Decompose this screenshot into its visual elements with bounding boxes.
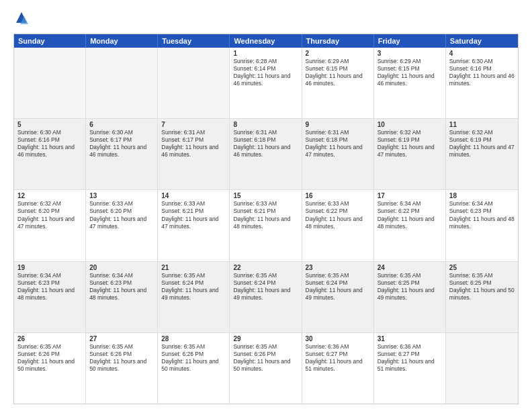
cell-info: Sunrise: 6:29 AM Sunset: 6:15 PM Dayligh… <box>306 58 363 87</box>
day-number: 8 <box>233 121 298 128</box>
cal-cell: 4Sunrise: 6:30 AM Sunset: 6:16 PM Daylig… <box>446 48 518 118</box>
day-number: 11 <box>449 121 515 128</box>
cell-info: Sunrise: 6:35 AM Sunset: 6:26 PM Dayligh… <box>161 343 218 372</box>
cal-cell: 27Sunrise: 6:35 AM Sunset: 6:26 PM Dayli… <box>86 333 158 404</box>
cal-cell: 9Sunrise: 6:31 AM Sunset: 6:18 PM Daylig… <box>302 119 374 189</box>
cal-cell <box>86 48 158 118</box>
day-number: 2 <box>306 50 370 57</box>
logo-icon <box>13 11 30 27</box>
cal-cell: 24Sunrise: 6:35 AM Sunset: 6:25 PM Dayli… <box>374 262 446 332</box>
cal-cell: 15Sunrise: 6:33 AM Sunset: 6:21 PM Dayli… <box>230 190 302 261</box>
cell-info: Sunrise: 6:32 AM Sunset: 6:19 PM Dayligh… <box>449 129 515 158</box>
day-number: 24 <box>378 264 442 271</box>
cal-cell <box>14 48 86 118</box>
day-number: 16 <box>306 192 370 199</box>
cal-header-cell: Thursday <box>302 34 374 48</box>
day-number: 6 <box>89 121 154 128</box>
cell-info: Sunrise: 6:35 AM Sunset: 6:24 PM Dayligh… <box>306 272 363 301</box>
header <box>13 11 519 27</box>
cell-info: Sunrise: 6:35 AM Sunset: 6:25 PM Dayligh… <box>378 272 435 301</box>
day-number: 28 <box>161 335 226 342</box>
cal-header-cell: Monday <box>86 34 158 48</box>
cal-cell: 28Sunrise: 6:35 AM Sunset: 6:26 PM Dayli… <box>158 333 230 404</box>
day-number: 12 <box>17 192 82 199</box>
cal-cell: 12Sunrise: 6:32 AM Sunset: 6:20 PM Dayli… <box>14 190 86 261</box>
cal-cell: 11Sunrise: 6:32 AM Sunset: 6:19 PM Dayli… <box>446 119 518 189</box>
cell-info: Sunrise: 6:33 AM Sunset: 6:22 PM Dayligh… <box>306 200 363 229</box>
cell-info: Sunrise: 6:34 AM Sunset: 6:23 PM Dayligh… <box>89 272 146 301</box>
cell-info: Sunrise: 6:30 AM Sunset: 6:16 PM Dayligh… <box>449 58 515 87</box>
cal-row: 12Sunrise: 6:32 AM Sunset: 6:20 PM Dayli… <box>14 189 518 261</box>
cal-cell: 13Sunrise: 6:33 AM Sunset: 6:20 PM Dayli… <box>86 190 158 261</box>
cal-row: 26Sunrise: 6:35 AM Sunset: 6:26 PM Dayli… <box>14 332 518 404</box>
cal-row: 5Sunrise: 6:30 AM Sunset: 6:16 PM Daylig… <box>14 118 518 189</box>
cal-header-cell: Tuesday <box>158 34 230 48</box>
cell-info: Sunrise: 6:30 AM Sunset: 6:16 PM Dayligh… <box>17 129 75 158</box>
cal-header-cell: Sunday <box>14 34 86 48</box>
cell-info: Sunrise: 6:32 AM Sunset: 6:19 PM Dayligh… <box>378 129 435 158</box>
cell-info: Sunrise: 6:35 AM Sunset: 6:26 PM Dayligh… <box>17 343 75 372</box>
cal-header-cell: Saturday <box>446 34 518 48</box>
day-number: 13 <box>89 192 154 199</box>
cell-info: Sunrise: 6:28 AM Sunset: 6:14 PM Dayligh… <box>233 58 290 87</box>
cal-cell <box>158 48 230 118</box>
cell-info: Sunrise: 6:34 AM Sunset: 6:23 PM Dayligh… <box>449 200 515 229</box>
day-number: 19 <box>17 264 82 271</box>
cal-header-cell: Wednesday <box>230 34 302 48</box>
cal-cell: 5Sunrise: 6:30 AM Sunset: 6:16 PM Daylig… <box>14 119 86 189</box>
cal-cell: 7Sunrise: 6:31 AM Sunset: 6:17 PM Daylig… <box>158 119 230 189</box>
calendar-body: 1Sunrise: 6:28 AM Sunset: 6:14 PM Daylig… <box>14 48 518 404</box>
cal-header-cell: Friday <box>374 34 446 48</box>
day-number: 14 <box>161 192 226 199</box>
day-number: 9 <box>306 121 370 128</box>
cell-info: Sunrise: 6:33 AM Sunset: 6:20 PM Dayligh… <box>89 200 146 229</box>
day-number: 22 <box>233 264 298 271</box>
cell-info: Sunrise: 6:35 AM Sunset: 6:25 PM Dayligh… <box>449 272 515 301</box>
day-number: 27 <box>89 335 154 342</box>
cal-cell: 2Sunrise: 6:29 AM Sunset: 6:15 PM Daylig… <box>302 48 374 118</box>
cell-info: Sunrise: 6:31 AM Sunset: 6:18 PM Dayligh… <box>233 129 290 158</box>
day-number: 5 <box>17 121 82 128</box>
day-number: 15 <box>233 192 298 199</box>
cal-cell: 21Sunrise: 6:35 AM Sunset: 6:24 PM Dayli… <box>158 262 230 332</box>
cal-cell: 18Sunrise: 6:34 AM Sunset: 6:23 PM Dayli… <box>446 190 518 261</box>
cal-cell: 14Sunrise: 6:33 AM Sunset: 6:21 PM Dayli… <box>158 190 230 261</box>
day-number: 25 <box>449 264 515 271</box>
cal-cell: 1Sunrise: 6:28 AM Sunset: 6:14 PM Daylig… <box>230 48 302 118</box>
cell-info: Sunrise: 6:31 AM Sunset: 6:17 PM Dayligh… <box>161 129 218 158</box>
day-number: 17 <box>378 192 442 199</box>
cell-info: Sunrise: 6:35 AM Sunset: 6:24 PM Dayligh… <box>233 272 290 301</box>
day-number: 3 <box>378 50 442 57</box>
day-number: 1 <box>233 50 298 57</box>
cal-row: 1Sunrise: 6:28 AM Sunset: 6:14 PM Daylig… <box>14 48 518 118</box>
day-number: 4 <box>449 50 515 57</box>
day-number: 10 <box>378 121 442 128</box>
calendar-header-row: SundayMondayTuesdayWednesdayThursdayFrid… <box>14 34 518 48</box>
cal-cell: 30Sunrise: 6:36 AM Sunset: 6:27 PM Dayli… <box>302 333 374 404</box>
cal-cell: 8Sunrise: 6:31 AM Sunset: 6:18 PM Daylig… <box>230 119 302 189</box>
cal-cell: 20Sunrise: 6:34 AM Sunset: 6:23 PM Dayli… <box>86 262 158 332</box>
cell-info: Sunrise: 6:31 AM Sunset: 6:18 PM Dayligh… <box>306 129 363 158</box>
cal-cell: 22Sunrise: 6:35 AM Sunset: 6:24 PM Dayli… <box>230 262 302 332</box>
cell-info: Sunrise: 6:34 AM Sunset: 6:23 PM Dayligh… <box>17 272 75 301</box>
cell-info: Sunrise: 6:35 AM Sunset: 6:26 PM Dayligh… <box>233 343 290 372</box>
cell-info: Sunrise: 6:34 AM Sunset: 6:22 PM Dayligh… <box>378 200 435 229</box>
day-number: 23 <box>306 264 370 271</box>
day-number: 29 <box>233 335 298 342</box>
day-number: 18 <box>449 192 515 199</box>
cal-cell: 29Sunrise: 6:35 AM Sunset: 6:26 PM Dayli… <box>230 333 302 404</box>
day-number: 21 <box>161 264 226 271</box>
cal-row: 19Sunrise: 6:34 AM Sunset: 6:23 PM Dayli… <box>14 261 518 332</box>
cell-info: Sunrise: 6:29 AM Sunset: 6:15 PM Dayligh… <box>378 58 435 87</box>
cal-cell: 23Sunrise: 6:35 AM Sunset: 6:24 PM Dayli… <box>302 262 374 332</box>
cal-cell: 19Sunrise: 6:34 AM Sunset: 6:23 PM Dayli… <box>14 262 86 332</box>
cell-info: Sunrise: 6:33 AM Sunset: 6:21 PM Dayligh… <box>161 200 218 229</box>
day-number: 20 <box>89 264 154 271</box>
day-number: 31 <box>378 335 442 342</box>
cell-info: Sunrise: 6:33 AM Sunset: 6:21 PM Dayligh… <box>233 200 290 229</box>
cal-cell: 25Sunrise: 6:35 AM Sunset: 6:25 PM Dayli… <box>446 262 518 332</box>
day-number: 7 <box>161 121 226 128</box>
day-number: 30 <box>306 335 370 342</box>
cal-cell: 6Sunrise: 6:30 AM Sunset: 6:17 PM Daylig… <box>86 119 158 189</box>
cal-cell: 3Sunrise: 6:29 AM Sunset: 6:15 PM Daylig… <box>374 48 446 118</box>
